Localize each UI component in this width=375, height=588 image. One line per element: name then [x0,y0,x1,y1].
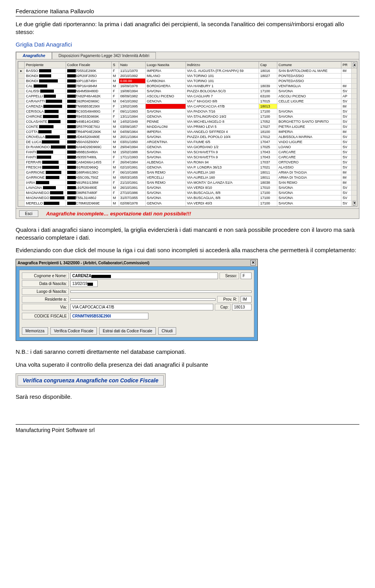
input-sesso[interactable]: F [241,272,252,279]
scrollbar-track[interactable] [351,139,357,144]
verify-congruenza-button[interactable]: Verifica congruenza Anagrafiche con Codi… [18,375,164,385]
scrollbar-track[interactable] [351,109,357,114]
data-grid[interactable]: Percipiente Codice Fiscale S Nato Luogo … [18,61,357,206]
table-row[interactable]: FRESCHI I91R02D969QM02/10/1991GENOVAVIA … [18,165,357,170]
table-row[interactable]: COLASANTE N49B14G438DM14/02/1949PENNEVIA… [18,119,357,124]
cell-nato: 02/10/1991 [119,165,145,170]
cell-percipiente: GARRIONE [25,170,66,175]
cell-nato: 21/10/1991 [119,180,145,185]
memorizza-button[interactable]: Memorizza [22,327,48,335]
input-via[interactable]: VIA CAPOCACCIA 47/B [70,304,213,310]
cell-s: M [111,149,119,154]
cell-comune: PIETRA LIGURE [277,124,341,129]
table-row[interactable]: IARIA N91R61I138MF21/10/1991SAN REMOVIA … [18,180,357,185]
verifica-cf-button[interactable]: Verifica Codice Fiscale [50,327,97,335]
col-pr[interactable]: PR [341,61,352,68]
col-s[interactable]: S [111,61,119,68]
input-cf[interactable]: CRNMTN95B53E290I [70,313,148,319]
scrollbar-track[interactable] [351,68,357,73]
table-row[interactable]: GARRIONE A55C05L750ZM05/03/1955VERCELLIV… [18,175,357,180]
label-sesso: Sesso: [220,272,239,279]
scrollbar-track[interactable] [351,78,357,83]
table-row[interactable]: MERELLO C78M02D969EM02/08/1978GENOVAVIA … [18,200,357,206]
cell-cf: M88B15I480A [66,149,111,154]
close-icon[interactable]: ✕ [250,260,256,265]
input-cap[interactable]: 18013 [232,304,252,310]
scrollbar-track[interactable] [351,165,357,170]
table-row[interactable]: CARAVATTI D92R04D969CM04/10/1992GENOVAVI… [18,99,357,104]
scrollbar-track[interactable] [351,185,357,190]
scrollbar-track[interactable] [351,73,357,78]
cell-cf: CA84D66A145S [66,160,111,165]
table-row[interactable]: CONTE SR57P03E791IM03/09/1957MADDALONIVI… [18,124,357,129]
detail-title: Anagrafica Percipienti L 342/2000 - (Arb… [18,261,150,265]
scrollbar-track[interactable] [351,170,357,175]
col-comune[interactable]: Comune [277,61,341,68]
table-row[interactable]: MAGNANEGO T55L31I480JM31/07/1955SAVONAVI… [18,195,357,200]
scroll-up-arrow[interactable]: ▲ [351,61,357,68]
table-row[interactable]: CROVELLA VD64S20I480EM20/11/1964SAVONAPI… [18,134,357,139]
table-row[interactable]: CAL 78P16A984MM16/09/1978BORDIGHERAVIA H… [18,83,357,88]
col-nato[interactable]: Nato [119,61,145,68]
table-row[interactable]: ▸BASSO 70S51E290KF11/11/1970IMPERIAVIA G… [18,68,357,73]
table-row[interactable]: CARENZA TN95B53E290IF13/02/1995VIA CAPOC… [18,104,357,109]
scrollbar-track[interactable] [351,149,357,154]
cell-indirizzo: VIA BUSCAGLIA, 8/8 [186,195,259,200]
cell-s: M [111,78,119,83]
chiudi-button[interactable]: Chiudi [158,327,176,335]
input-cognome[interactable]: CARENZA [70,272,218,279]
table-row[interactable]: DI RAIMONDO XA94D29D969CM29/04/1994GENOV… [18,144,357,149]
scrollbar-track[interactable] [351,154,357,160]
scrollbar-track[interactable] [351,119,357,124]
input-prov[interactable]: IM [241,296,252,303]
col-percipiente[interactable]: Percipiente [25,61,66,68]
scrollbar-track[interactable] [351,114,357,119]
table-row[interactable]: CALISSI N94M59I480DF19/08/1994SAVONAPIAZ… [18,88,357,93]
table-row[interactable]: LAVAGNA L91R26I480EM26/10/1991SAVONAVIA … [18,185,357,190]
col-indirizzo[interactable]: Indirizzo [186,61,259,68]
col-cf[interactable]: Codice Fiscale [66,61,111,68]
scrollbar-track[interactable]: ▼ [351,200,357,206]
scrollbar-track[interactable] [351,124,357,129]
table-row[interactable]: CHIRONE R94S53D969KF13/11/1994GENOVAVIA … [18,114,357,119]
col-cap[interactable]: Cap [259,61,277,68]
tab-disposizioni[interactable]: Disposizioni Pagamento Legge 342/ Indenn… [52,52,156,59]
scrollbar-track[interactable] [351,88,357,93]
table-row[interactable]: FERRARI CA84D66A145SF26/04/1984ALBENGAVI… [18,160,357,165]
table-row[interactable]: GARRIONE G88R46I138OF06/10/1988SAN REMOV… [18,170,357,175]
scrollbar-track[interactable] [351,175,357,180]
table-row[interactable]: FANTI M88B15I480AM15/02/1988SAVONAVIA SC… [18,149,357,154]
cell-comune: CARCARE [277,149,341,154]
table-row[interactable]: BIONDI 92R20F205OM20/10/1992MILANOVIA TO… [18,73,357,78]
table-row[interactable]: MAGNANEGO E86R67I480FF27/10/1986SAVONAVI… [18,190,357,195]
table-row[interactable]: CERISOLA RC93S49I480GF09/11/1993SAVONAVI… [18,109,357,114]
scrollbar-track[interactable] [351,190,357,195]
cell-cf: SR57P03E791I [66,124,111,129]
table-row[interactable]: FANTI V93S57I480LF17/11/1993SAVONAVIA SC… [18,154,357,160]
input-data-nascita[interactable]: 13/02/19 [70,280,98,287]
scrollbar-track[interactable] [351,129,357,134]
scrollbar-track[interactable] [351,180,357,185]
table-row[interactable]: CAPPELLI TA82P48A462KF08/09/1982ASCOLI P… [18,93,357,99]
cell-s: F [111,104,119,109]
table-row[interactable]: BIONDI 60P11B745HM0.00.00CARBONIAVIA TOR… [18,78,357,83]
col-luogo[interactable]: Luogo Nascita [145,61,186,68]
scrollbar-track[interactable] [351,93,357,99]
scrollbar-track[interactable] [351,195,357,200]
scrollbar-track[interactable] [351,144,357,149]
scrollbar-track[interactable] [351,104,357,109]
tab-anagrafiche[interactable]: Anagrafiche [16,52,52,59]
cell-pr: IM [341,129,352,134]
estrai-button[interactable]: Estrai dati da Codice Fiscale [99,327,156,335]
scrollbar-track[interactable] [351,134,357,139]
scrollbar-track[interactable] [351,160,357,165]
scrollbar-track[interactable] [351,83,357,88]
input-residente[interactable] [70,298,216,301]
table-row[interactable]: DE LUCA N50A03Z600VM03/01/1950ARGENTINAV… [18,139,357,144]
esci-button[interactable]: Esci [19,210,38,217]
cell-luogo: MILANO [145,73,186,78]
scrollbar-track[interactable] [351,99,357,104]
table-row[interactable]: COTTA TR64P04E290KM04/09/1964IMPERIAVIA … [18,129,357,134]
detail-panel: Cognome e Nome: CARENZA Sesso: F Data di… [19,270,254,337]
input-luogo-nascita[interactable] [70,290,252,293]
